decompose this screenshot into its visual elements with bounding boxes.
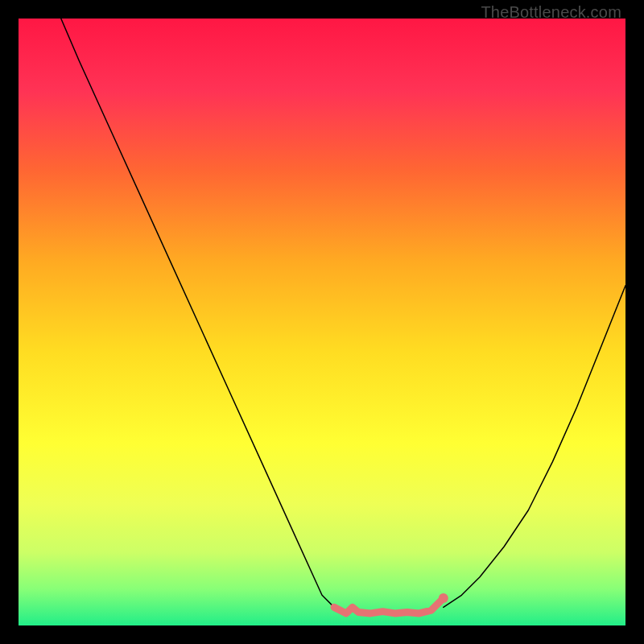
watermark-text: TheBottleneck.com — [481, 3, 621, 22]
gradient-background — [19, 19, 625, 625]
points-group — [439, 593, 448, 603]
chart-svg — [19, 19, 625, 625]
point-right-dot — [439, 593, 448, 603]
chart-container: TheBottleneck.com — [0, 0, 644, 644]
plot-area — [19, 19, 625, 625]
